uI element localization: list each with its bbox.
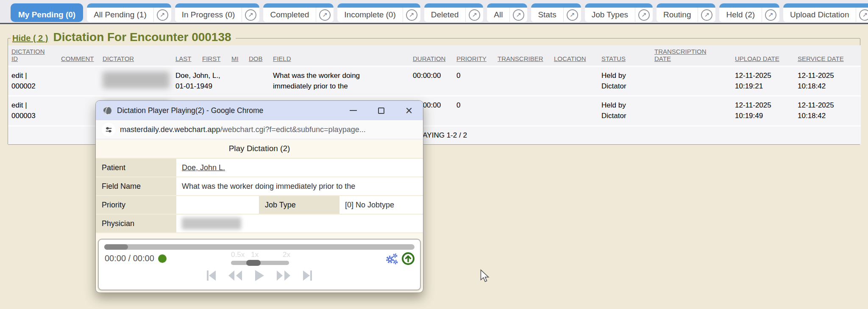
dictation-player-window: Dictation Player Playing(2) - Google Chr… xyxy=(95,100,423,293)
status-dot xyxy=(158,254,167,263)
window-title: Dictation Player Playing(2) - Google Chr… xyxy=(117,106,346,115)
tab-routing[interactable]: Routing ↗ xyxy=(657,3,716,22)
col-status[interactable]: STATUS xyxy=(598,45,651,66)
field-name-value: What was the worker doing immediately pr… xyxy=(176,177,423,195)
table-row: edit | 000002 Doe, John, L., 01-01-1949 … xyxy=(8,66,861,96)
external-link-icon[interactable]: ↗ xyxy=(403,8,420,22)
external-link-icon[interactable]: ↗ xyxy=(635,8,653,22)
tab-label: All xyxy=(487,10,509,19)
minimize-button[interactable] xyxy=(346,103,360,118)
physician-label: Physician xyxy=(96,215,176,232)
settings-gears-icon[interactable] xyxy=(385,252,398,267)
fast-forward-button[interactable] xyxy=(276,269,291,282)
tab-upload-dictation[interactable]: Upload Dictation ↗ xyxy=(783,3,868,22)
redacted-dictator xyxy=(103,72,170,88)
tab-label: Routing xyxy=(657,10,698,19)
cell-upload-date: 12-11-2025 10:19:21 xyxy=(732,66,794,96)
tab-stats[interactable]: Stats ↗ xyxy=(531,3,581,22)
external-link-icon[interactable]: ↗ xyxy=(698,8,715,22)
skip-start-button[interactable] xyxy=(206,269,217,282)
close-button[interactable]: × xyxy=(402,103,416,118)
external-link-icon[interactable]: ↗ xyxy=(242,8,259,22)
cell-patient-name-dob: Doe, John, L., 01-01-1949 xyxy=(172,66,270,96)
skip-end-button[interactable] xyxy=(302,269,313,282)
tab-job-types[interactable]: Job Types ↗ xyxy=(585,3,653,22)
cell-transcriber xyxy=(494,96,551,126)
seek-bar[interactable] xyxy=(104,244,415,250)
col-service-date[interactable]: SERVICE DATE xyxy=(794,45,861,66)
site-info-icon[interactable] xyxy=(102,123,115,136)
cell-edit-link[interactable]: edit | 000003 xyxy=(8,96,58,126)
tab-label: Incomplete (0) xyxy=(337,10,402,19)
tab-my-pending[interactable]: My Pending (0) xyxy=(11,3,83,22)
cell-edit-link[interactable]: edit | 000002 xyxy=(8,66,58,96)
external-link-icon[interactable]: ↗ xyxy=(153,8,171,22)
col-comment[interactable]: COMMENT xyxy=(58,45,99,66)
col-location[interactable]: LOCATION xyxy=(551,45,598,66)
cell-transcriber xyxy=(494,66,551,96)
speed-label-1x: 1x xyxy=(251,251,259,259)
url-text: masterdaily.dev.webchart.app/webchart.cg… xyxy=(120,125,366,134)
col-first[interactable]: FIRST xyxy=(199,45,228,66)
external-link-icon[interactable]: ↗ xyxy=(762,8,779,22)
upload-audio-icon[interactable] xyxy=(401,252,415,267)
col-field[interactable]: FIELD xyxy=(270,45,409,66)
speed-slider-thumb[interactable] xyxy=(246,260,261,266)
tab-all[interactable]: All ↗ xyxy=(487,3,527,22)
tab-all-pending[interactable]: All Pending (1) ↗ xyxy=(87,3,171,22)
window-title-bar[interactable]: Dictation Player Playing(2) - Google Chr… xyxy=(96,101,423,120)
speed-slider[interactable] xyxy=(231,261,289,265)
tab-label: All Pending (1) xyxy=(87,10,153,19)
external-link-icon[interactable]: ↗ xyxy=(856,8,868,22)
page-title: Dictation For Encounter 000138 xyxy=(53,30,231,44)
col-transcriber[interactable]: TRANSCRIBER xyxy=(494,45,551,66)
tab-deleted[interactable]: Deleted ↗ xyxy=(424,3,484,22)
col-duration[interactable]: DURATION xyxy=(409,45,453,66)
col-dictator[interactable]: DICTATOR xyxy=(99,45,172,66)
cell-transcription-date xyxy=(651,96,732,126)
tab-held[interactable]: Held (2) ↗ xyxy=(719,3,779,22)
rewind-button[interactable] xyxy=(228,269,242,282)
cell-service-date: 12-11-2025 10:18:42 xyxy=(794,96,861,126)
playback-time: 00:00 / 00:00 xyxy=(105,254,167,263)
external-link-icon[interactable]: ↗ xyxy=(509,8,527,22)
field-name-label: Field Name xyxy=(96,177,176,195)
physician-row: Physician xyxy=(96,215,423,233)
job-type-value: [0] No Jobtype xyxy=(339,196,423,214)
play-button[interactable] xyxy=(254,269,265,282)
col-dob[interactable]: DOB xyxy=(245,45,270,66)
external-link-icon[interactable]: ↗ xyxy=(316,8,334,22)
cell-duration: 00:00:00 xyxy=(409,66,453,96)
patient-link[interactable]: Doe, John L. xyxy=(182,163,225,172)
job-type-label: Job Type xyxy=(259,196,339,214)
tab-label: Deleted xyxy=(424,10,466,19)
cell-comment xyxy=(58,96,99,126)
priority-jobtype-row: Priority Job Type [0] No Jobtype xyxy=(96,196,423,215)
col-priority[interactable]: PRIORITY xyxy=(453,45,494,66)
col-transcription-date[interactable]: TRANSCRIPTION DATE xyxy=(651,45,732,66)
tab-label: Stats xyxy=(531,10,563,19)
col-mi[interactable]: MI xyxy=(228,45,245,66)
maximize-button[interactable] xyxy=(374,103,388,118)
tab-bar: My Pending (0) All Pending (1) ↗ In Prog… xyxy=(0,0,868,24)
hide-link[interactable]: Hide ( 2 ) xyxy=(12,33,48,43)
patient-label: Patient xyxy=(96,159,176,177)
external-link-icon[interactable]: ↗ xyxy=(563,8,581,22)
cell-transcription-date xyxy=(651,66,732,96)
address-bar[interactable]: masterdaily.dev.webchart.app/webchart.cg… xyxy=(96,120,423,139)
cell-location xyxy=(551,66,598,96)
seek-thumb[interactable] xyxy=(104,244,128,250)
cell-dictator xyxy=(99,66,172,96)
tab-incomplete[interactable]: Incomplete (0) ↗ xyxy=(337,3,420,22)
col-last[interactable]: LAST xyxy=(172,45,199,66)
external-link-icon[interactable]: ↗ xyxy=(465,8,483,22)
play-dictation-heading: Play Dictation (2) xyxy=(96,139,423,159)
cell-priority: 0 xyxy=(453,66,494,96)
cell-comment xyxy=(58,66,99,96)
col-dictation-id[interactable]: DICTATION ID xyxy=(8,45,58,66)
tab-completed[interactable]: Completed ↗ xyxy=(263,3,334,22)
patient-row: Patient Doe, John L. xyxy=(96,159,423,177)
minimize-icon xyxy=(350,110,357,111)
col-upload-date[interactable]: UPLOAD DATE xyxy=(732,45,794,66)
tab-in-progress[interactable]: In Progress (0) ↗ xyxy=(175,3,260,22)
